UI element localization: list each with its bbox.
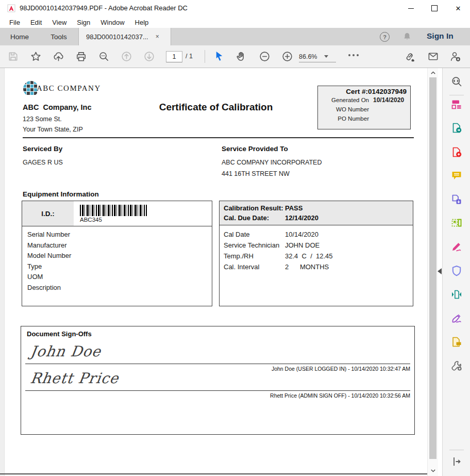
- customize-toolbar-icon[interactable]: [450, 98, 463, 110]
- company-address-2: Your Town State, ZIP: [23, 126, 83, 133]
- print-icon[interactable]: [75, 51, 87, 62]
- notifications-bell-icon[interactable]: [402, 31, 412, 42]
- hand-tool-icon[interactable]: [236, 51, 247, 62]
- chevron-down-icon: [324, 55, 328, 58]
- zoom-level-value: 86.6%: [299, 53, 317, 60]
- menu-item-file[interactable]: File: [4, 19, 25, 26]
- menu-item-window[interactable]: Window: [95, 19, 129, 26]
- calibration-details: Cal Date 10/14/2020 Service Technician J…: [220, 225, 413, 272]
- po-number-row: PO Number: [318, 114, 410, 123]
- calibration-header: Calibration Result: PASS Cal. Due Date: …: [220, 201, 413, 225]
- sign-offs-heading: Document Sign-Offs: [27, 330, 92, 338]
- logo-text: ABC COMPANY: [37, 84, 101, 93]
- equipment-box: I.D.: ABC345 Serial Number Manufacturer …: [22, 201, 212, 306]
- acrobat-window: 98JD00010142037949.PDF - Adobe Acrobat R…: [0, 0, 470, 476]
- send-for-comments-icon[interactable]: [450, 336, 463, 348]
- share-cloud-icon[interactable]: [53, 51, 64, 62]
- barcode-value: ABC345: [80, 217, 102, 223]
- tab-bar: Home Tools 98JD00010142037... × ? Sign I…: [0, 28, 470, 45]
- minimize-button[interactable]: [399, 0, 423, 17]
- field-uom: UOM: [27, 272, 212, 283]
- star-icon[interactable]: [30, 51, 42, 62]
- compress-pdf-icon[interactable]: [450, 288, 463, 301]
- serviced-by-heading: Serviced By: [23, 145, 62, 153]
- close-button[interactable]: ✕: [446, 0, 470, 17]
- tab-tools[interactable]: Tools: [39, 28, 78, 45]
- left-panel-strip: [0, 68, 5, 476]
- vertical-scrollbar[interactable]: [427, 68, 438, 476]
- calibration-result-row: Calibration Result: PASS: [220, 203, 413, 213]
- signature-rhett-price: Rhett Price: [29, 370, 120, 387]
- fill-sign-icon[interactable]: [450, 240, 463, 253]
- scan-ocr-icon[interactable]: [450, 217, 463, 229]
- close-icon: ✕: [456, 5, 461, 12]
- field-model-number: Model Number: [27, 251, 212, 261]
- field-type: Type: [27, 261, 212, 272]
- export-pdf-icon[interactable]: [450, 122, 463, 134]
- menu-bar: File Edit View Sign Window Help: [0, 17, 470, 28]
- cal-due-date-value: 12/14/2020: [285, 213, 318, 223]
- open-tools-panel-icon[interactable]: [450, 455, 463, 468]
- help-icon[interactable]: ?: [380, 32, 390, 42]
- scrollbar-thumb[interactable]: [429, 77, 437, 459]
- certificates-icon[interactable]: [450, 312, 463, 324]
- zoom-in-icon[interactable]: [281, 51, 293, 62]
- comment-icon[interactable]: [450, 169, 463, 182]
- field-description: Description: [27, 283, 212, 293]
- equipment-info-heading: Equipment Information: [23, 190, 99, 198]
- tab-home[interactable]: Home: [0, 28, 39, 45]
- menu-item-edit[interactable]: Edit: [25, 19, 47, 26]
- next-page-icon[interactable]: [143, 51, 155, 62]
- sidebar-divider-bottom: [449, 450, 464, 450]
- zoom-out-icon[interactable]: [259, 51, 271, 62]
- previous-page-icon[interactable]: [121, 51, 132, 62]
- document-tab-label: 98JD00010142037...: [86, 33, 148, 41]
- create-pdf-icon[interactable]: [450, 146, 463, 158]
- page-bottom-edge: [0, 473, 438, 474]
- toolbar-divider: [205, 50, 205, 63]
- maximize-icon: [431, 5, 438, 11]
- field-serial-number: Serial Number: [27, 229, 212, 240]
- header-divider: [23, 137, 414, 138]
- zoom-level-dropdown[interactable]: 86.6%: [299, 51, 336, 62]
- maximize-button[interactable]: [423, 0, 446, 17]
- more-tools-icon[interactable]: [348, 54, 359, 56]
- scroll-down-icon[interactable]: [430, 467, 437, 474]
- menu-item-sign[interactable]: Sign: [72, 19, 95, 26]
- menu-item-view[interactable]: View: [47, 19, 72, 26]
- service-provided-to-line2: 441 16TH STREET NW: [222, 170, 290, 177]
- cert-number-line: Cert #:0142037949: [318, 88, 410, 95]
- minimize-icon: [408, 8, 414, 9]
- generated-on-row: Generated On 10/14/2020: [318, 95, 410, 105]
- signature-line-2: [25, 390, 410, 391]
- company-address-1: 123 Some St.: [23, 116, 62, 123]
- sidebar-divider: [449, 95, 464, 95]
- tab-close-icon[interactable]: ×: [156, 33, 159, 40]
- signature-john-doe: John Doe: [29, 343, 103, 360]
- save-icon[interactable]: [7, 51, 19, 62]
- chevron-left-icon: [438, 268, 442, 274]
- service-provided-to-line1: ABC COMPANY INCORPORATED: [222, 159, 322, 166]
- equipment-fields: Serial Number Manufacturer Model Number …: [22, 226, 212, 293]
- email-icon[interactable]: [427, 51, 439, 62]
- search-icon[interactable]: [98, 51, 110, 62]
- title-bar: 98JD00010142037949.PDF - Adobe Acrobat R…: [0, 0, 470, 17]
- scroll-up-icon[interactable]: [430, 70, 437, 76]
- page-number-input[interactable]: 1: [166, 51, 182, 62]
- share-link-icon[interactable]: [404, 51, 416, 62]
- protect-icon[interactable]: [450, 265, 463, 277]
- select-tool-cursor-icon[interactable]: [213, 51, 225, 62]
- add-contact-icon[interactable]: [449, 51, 461, 62]
- combine-files-icon[interactable]: [450, 193, 463, 206]
- cert-label: Cert #:: [346, 88, 368, 95]
- more-tools-icon[interactable]: [450, 359, 463, 372]
- tools-sidebar: [442, 68, 470, 476]
- cert-number: 0142037949: [368, 88, 407, 95]
- sign-in-button[interactable]: Sign In: [427, 31, 454, 41]
- menu-item-help[interactable]: Help: [130, 19, 154, 26]
- tab-document[interactable]: 98JD00010142037... ×: [78, 28, 171, 45]
- main-toolbar: 1 / 1 86.6%: [0, 45, 470, 68]
- adobe-pdf-icon: [7, 4, 15, 12]
- calibration-box: Calibration Result: PASS Cal. Due Date: …: [219, 201, 413, 306]
- search-tools-icon[interactable]: [450, 75, 463, 88]
